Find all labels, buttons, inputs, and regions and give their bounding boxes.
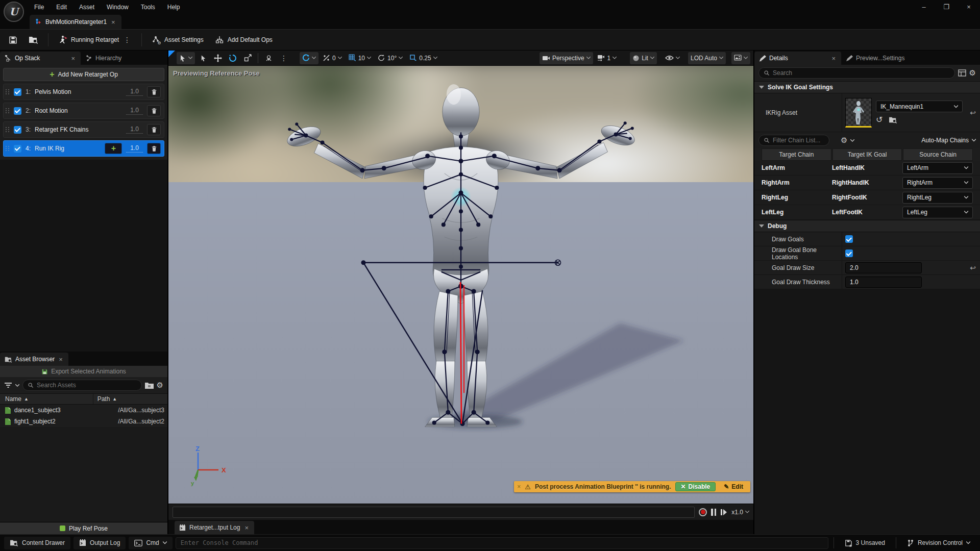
show-flags-dropdown[interactable] bbox=[663, 52, 682, 64]
auto-map-chains-dropdown[interactable]: Auto-Map Chains bbox=[921, 137, 976, 144]
rotation-snap-toggle[interactable]: 10° bbox=[375, 52, 405, 64]
op-enabled-checkbox[interactable] bbox=[14, 88, 21, 96]
folder-icon[interactable] bbox=[145, 382, 154, 389]
chain-row-rightleg[interactable]: RightLeg RightFootIK RightLeg bbox=[754, 190, 980, 205]
op-row-pelvis-motion[interactable]: 1: Pelvis Motion 1.0 bbox=[3, 84, 164, 100]
drag-handle-icon[interactable] bbox=[6, 108, 10, 113]
column-header-name[interactable]: Name ▲ bbox=[0, 394, 93, 404]
lit-mode-dropdown[interactable]: Lit bbox=[630, 52, 657, 64]
pause-button[interactable] bbox=[711, 509, 716, 516]
tab-asset-browser[interactable]: Asset Browser × bbox=[0, 353, 68, 366]
op-row-run-ik-rig[interactable]: 4: Run IK Rig + 1.0 bbox=[3, 140, 164, 157]
column-source-chain[interactable]: Source Chain bbox=[903, 148, 973, 161]
actor-snap-toggle[interactable]: 0 bbox=[320, 52, 345, 64]
select-tool-button[interactable] bbox=[197, 52, 210, 64]
section-debug[interactable]: Debug bbox=[754, 220, 980, 232]
running-retarget-button[interactable]: Running Retarget ⋮ bbox=[54, 32, 136, 47]
perspective-dropdown[interactable]: Perspective bbox=[540, 52, 593, 64]
disable-button[interactable]: ✕ Disable bbox=[675, 482, 716, 491]
close-window-button[interactable]: × bbox=[958, 0, 980, 14]
viewport-options-icon[interactable]: ⋮ bbox=[277, 52, 291, 64]
reset-to-default-icon[interactable]: ↩ bbox=[966, 261, 980, 274]
surface-snap-dropdown[interactable] bbox=[300, 52, 318, 64]
export-selected-animations-button[interactable]: Export Selected Animations bbox=[0, 366, 167, 377]
content-drawer-button[interactable]: Content Drawer bbox=[4, 537, 70, 549]
browse-to-ikrig-icon[interactable] bbox=[889, 116, 897, 123]
menu-window[interactable]: Window bbox=[101, 2, 134, 13]
op-weight-field[interactable]: 1.0 bbox=[126, 126, 143, 134]
drag-handle-icon[interactable] bbox=[6, 89, 10, 94]
menu-tools[interactable]: Tools bbox=[135, 2, 161, 13]
camera-speed-dropdown[interactable]: 1 bbox=[595, 52, 620, 64]
draw-goal-bone-locations-checkbox[interactable] bbox=[845, 249, 853, 257]
grid-snap-toggle[interactable]: 10 bbox=[346, 52, 374, 64]
console-command-box[interactable] bbox=[176, 537, 828, 549]
op-row-root-motion[interactable]: 2: Root Motion 1.0 bbox=[3, 103, 164, 119]
chain-settings-gear-icon[interactable]: ⚙ bbox=[841, 136, 847, 145]
filter-icon[interactable] bbox=[4, 382, 12, 388]
details-tab-close-icon[interactable]: × bbox=[830, 55, 837, 62]
menu-file[interactable]: File bbox=[29, 2, 50, 13]
use-selected-asset-icon[interactable]: ↺ bbox=[876, 115, 883, 124]
source-chain-dropdown[interactable]: LeftArm bbox=[902, 162, 973, 174]
ikrig-asset-dropdown[interactable]: IK_Mannequin1 bbox=[876, 101, 963, 112]
op-enabled-checkbox[interactable] bbox=[14, 145, 21, 153]
minimize-button[interactable]: – bbox=[913, 0, 935, 14]
browse-to-asset-button[interactable] bbox=[24, 32, 43, 47]
edit-button[interactable]: ✎ Edit bbox=[720, 483, 747, 490]
menu-edit[interactable]: Edit bbox=[51, 2, 72, 13]
chain-filter-input[interactable] bbox=[773, 137, 824, 144]
draw-goals-checkbox[interactable] bbox=[845, 235, 853, 243]
asset-search-input[interactable] bbox=[37, 382, 137, 389]
details-search-box[interactable] bbox=[758, 67, 955, 79]
display-filter-icon[interactable] bbox=[958, 69, 966, 77]
timeline-scrubber[interactable] bbox=[173, 507, 695, 518]
chain-row-leftarm[interactable]: LeftArm LeftHandIK LeftArm bbox=[754, 161, 980, 176]
details-settings-gear-icon[interactable]: ⚙ bbox=[969, 68, 976, 78]
op-weight-field[interactable]: 1.0 bbox=[126, 144, 143, 153]
drag-handle-icon[interactable] bbox=[6, 146, 10, 151]
unreal-logo-icon[interactable]: U bbox=[4, 2, 24, 22]
asset-tab[interactable]: BvhMotionRetargeter1 × bbox=[30, 15, 121, 29]
add-new-retarget-op-button[interactable]: + Add New Retarget Op bbox=[3, 68, 164, 81]
drag-handle-icon[interactable] bbox=[6, 127, 10, 132]
unsaved-assets-button[interactable]: 3 Unsaved bbox=[839, 537, 891, 549]
reset-to-default-icon[interactable]: ↩ bbox=[966, 93, 980, 132]
add-default-ops-button[interactable]: Add Default Ops bbox=[210, 32, 277, 47]
move-tool-button[interactable] bbox=[211, 52, 225, 64]
lod-dropdown[interactable]: LOD Auto bbox=[688, 52, 726, 64]
asset-browser-tab-close-icon[interactable]: × bbox=[58, 356, 64, 363]
column-target-chain[interactable]: Target Chain bbox=[762, 148, 831, 161]
asset-search-box[interactable] bbox=[22, 380, 142, 391]
scale-snap-toggle[interactable]: 0.25 bbox=[407, 52, 439, 64]
scale-tool-button[interactable] bbox=[241, 52, 254, 64]
filter-chevron-icon[interactable] bbox=[15, 384, 19, 387]
column-header-path[interactable]: Path ▲ bbox=[93, 394, 167, 404]
log-tab-close-icon[interactable]: × bbox=[243, 524, 250, 532]
op-weight-field[interactable]: 1.0 bbox=[126, 107, 143, 115]
transform-gizmo-dropdown[interactable] bbox=[177, 52, 195, 64]
asset-row-dance1[interactable]: dance1_subject3 /All/Ga...subject3 bbox=[0, 405, 167, 416]
running-retarget-options-icon[interactable]: ⋮ bbox=[122, 36, 132, 44]
delete-op-button[interactable] bbox=[147, 124, 161, 135]
tab-op-stack[interactable]: Op Stack × bbox=[0, 52, 81, 65]
maximize-button[interactable]: ❐ bbox=[935, 0, 958, 14]
op-weight-field[interactable]: 1.0 bbox=[126, 88, 143, 96]
tab-preview-settings[interactable]: Preview...Settings bbox=[841, 52, 909, 65]
menu-asset[interactable]: Asset bbox=[74, 2, 100, 13]
notification-close-icon[interactable]: × bbox=[517, 483, 521, 490]
play-ref-pose-button[interactable]: Play Ref Pose bbox=[0, 522, 167, 534]
gear-icon[interactable]: ⚙ bbox=[157, 381, 163, 390]
rotate-tool-button[interactable] bbox=[226, 52, 239, 64]
delete-op-button[interactable] bbox=[147, 86, 161, 97]
delete-op-button[interactable] bbox=[147, 143, 161, 154]
op-enabled-checkbox[interactable] bbox=[14, 126, 21, 134]
asset-settings-button[interactable]: ⚙ Asset Settings bbox=[147, 32, 208, 47]
op-enabled-checkbox[interactable] bbox=[14, 107, 21, 115]
tab-hierarchy[interactable]: Hierarchy bbox=[81, 52, 126, 65]
section-solve-ik-goal-settings[interactable]: Solve IK Goal Settings bbox=[754, 81, 980, 93]
source-chain-dropdown[interactable]: RightLeg bbox=[902, 192, 973, 204]
viewport-3d[interactable]: Previewing Reference Pose Z X y × ⚠ Post… bbox=[168, 66, 753, 504]
coordinate-space-button[interactable] bbox=[262, 52, 275, 64]
goal-draw-size-input[interactable] bbox=[845, 262, 922, 273]
